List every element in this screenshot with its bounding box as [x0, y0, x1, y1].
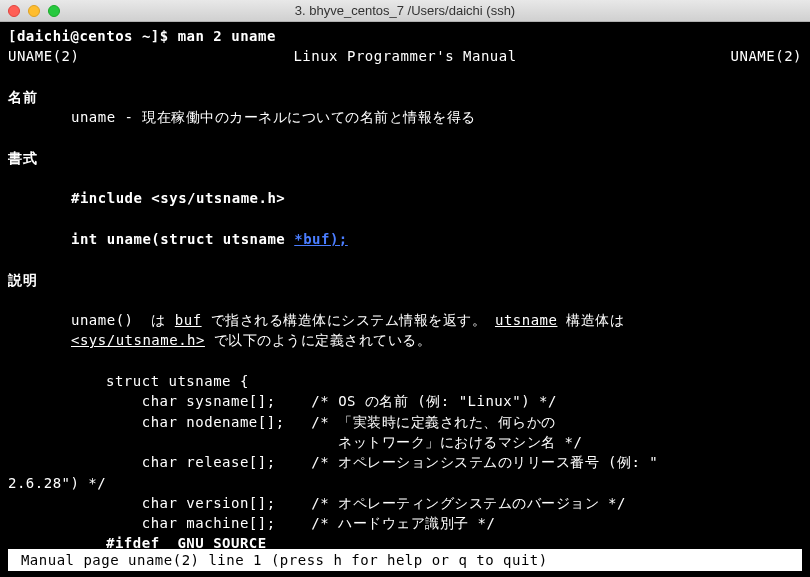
struct-field-release2: 2.6.28") */ — [8, 473, 802, 493]
man-header-right: UNAME(2) — [731, 46, 802, 66]
desc-para1: uname() は buf で指される構造体にシステム情報を返す。 utsnam… — [8, 310, 802, 330]
struct-field-machine: char machine[]; /* ハードウェア識別子 */ — [8, 513, 802, 533]
synopsis-function: int uname(struct utsname *buf); — [8, 229, 802, 249]
man-statusbar: Manual page uname(2) line 1 (press h for… — [8, 549, 802, 571]
shell-prompt-line: [daichi@centos ~]$ man 2 uname — [8, 26, 802, 46]
struct-field-release: char release[]; /* オペレーションシステムのリリース番号 (例… — [8, 452, 802, 472]
man-header-center: Linux Programmer's Manual — [293, 46, 516, 66]
window-titlebar: 3. bhyve_centos_7 /Users/daichi (ssh) — [0, 0, 810, 22]
struct-field-version: char version[]; /* オペレーティングシステムのバージョン */ — [8, 493, 802, 513]
section-name-content: uname - 現在稼働中のカーネルについての名前と情報を得る — [8, 107, 802, 127]
section-name-title: 名前 — [8, 87, 802, 107]
zoom-icon[interactable] — [48, 5, 60, 17]
man-header: UNAME(2) Linux Programmer's Manual UNAME… — [8, 46, 802, 66]
struct-open: struct utsname { — [8, 371, 802, 391]
window-controls — [8, 5, 60, 17]
terminal-viewport[interactable]: [daichi@centos ~]$ man 2 uname UNAME(2) … — [0, 22, 810, 577]
desc-utsname-ref: utsname — [495, 312, 558, 328]
struct-field-sysname: char sysname[]; /* OS の名前 (例: "Linux") *… — [8, 391, 802, 411]
synopsis-func-pre: int uname(struct utsname — [71, 231, 294, 247]
minimize-icon[interactable] — [28, 5, 40, 17]
desc-header-ref: <sys/utsname.h> — [71, 332, 205, 348]
synopsis-include: #include <sys/utsname.h> — [8, 188, 802, 208]
struct-field-nodename2: ネットワーク」におけるマシン名 */ — [8, 432, 802, 452]
section-description-title: 説明 — [8, 270, 802, 290]
man-header-left: UNAME(2) — [8, 46, 79, 66]
desc-para2: <sys/utsname.h> で以下のように定義されている。 — [8, 330, 802, 350]
section-synopsis-title: 書式 — [8, 148, 802, 168]
desc-buf-ref: buf — [175, 312, 202, 328]
synopsis-func-link[interactable]: *buf); — [294, 231, 348, 247]
shell-command: man 2 uname — [178, 28, 276, 44]
struct-field-nodename: char nodename[]; /* 「実装時に定義された、何らかの — [8, 412, 802, 432]
window-title: 3. bhyve_centos_7 /Users/daichi (ssh) — [295, 3, 515, 18]
shell-prompt: [daichi@centos ~]$ — [8, 28, 178, 44]
close-icon[interactable] — [8, 5, 20, 17]
